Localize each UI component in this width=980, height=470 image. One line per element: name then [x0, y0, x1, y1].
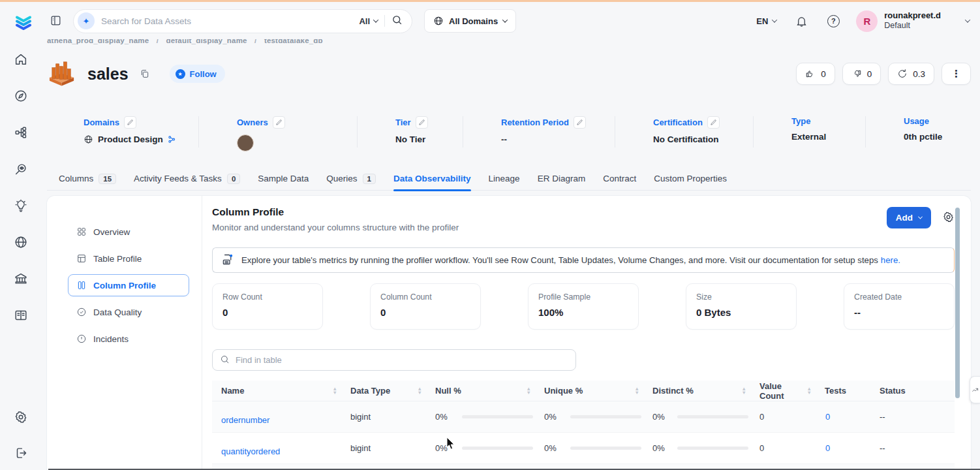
tab-columns[interactable]: Columns15 — [59, 167, 116, 191]
sort-icon[interactable]: ▲▼ — [635, 387, 639, 395]
tab-contract[interactable]: Contract — [603, 167, 636, 191]
tab-er-diagram[interactable]: ER Diagram — [538, 167, 586, 191]
tab-data-observability[interactable]: Data Observability — [393, 167, 471, 191]
meta-domains: Domains Product Design — [47, 110, 199, 155]
insights-lightbulb-icon[interactable] — [13, 198, 29, 213]
value-count-cell: 0 — [752, 443, 817, 453]
col-header-data-type[interactable]: Data Type▲▼ — [343, 386, 427, 396]
unique-pct-bar — [570, 446, 641, 450]
logout-icon[interactable] — [13, 445, 29, 461]
edit-pencil-icon[interactable] — [707, 116, 720, 129]
col-header-name[interactable]: Name▲▼ — [212, 386, 343, 396]
notifications-bell-icon[interactable] — [794, 14, 808, 28]
col-header-value-count[interactable]: Value Count▲▼ — [752, 381, 817, 401]
ai-sparkle-icon[interactable]: ✦ — [78, 12, 95, 29]
user-menu[interactable]: rounakpreet.d Default — [884, 10, 941, 31]
profiler-info-banner: Explore your table's metrics by running … — [212, 247, 955, 273]
home-icon[interactable] — [13, 52, 29, 67]
meta-type: Type External — [754, 110, 866, 155]
tab-lineage[interactable]: Lineage — [489, 167, 520, 191]
nav-table-profile[interactable]: Table Profile — [68, 247, 189, 270]
follow-button[interactable]: ★ Follow — [170, 65, 225, 83]
settings-gear-icon[interactable] — [13, 409, 29, 425]
tab-count-badge: 0 — [227, 174, 240, 184]
col-header-null-pct[interactable]: Null %▲▼ — [427, 386, 536, 396]
col-header-distinct-pct[interactable]: Distinct %▲▼ — [645, 386, 752, 396]
edit-pencil-icon[interactable] — [273, 116, 285, 129]
domain-link-icon[interactable] — [168, 135, 176, 144]
nav-column-profile[interactable]: Column Profile — [68, 274, 189, 296]
edit-pencil-icon[interactable] — [416, 116, 428, 129]
tab-custom-properties[interactable]: Custom Properties — [654, 167, 727, 191]
user-menu-chevron-icon[interactable] — [965, 17, 970, 22]
more-actions-button[interactable]: ⋮ — [942, 63, 971, 85]
app-logo-icon[interactable] — [14, 13, 33, 32]
tab-queries[interactable]: Queries1 — [326, 167, 376, 191]
edit-pencil-icon[interactable] — [574, 116, 586, 129]
global-search[interactable]: ✦ All — [73, 9, 412, 33]
language-dropdown[interactable]: EN — [756, 16, 776, 26]
sidebar-toggle-icon[interactable] — [50, 14, 63, 27]
breadcrumb-item-schema[interactable]: testdatalake_db — [264, 39, 323, 44]
sort-icon[interactable]: ▲▼ — [742, 387, 746, 395]
domain-globe-icon — [84, 134, 93, 144]
column-name-link[interactable]: ordernumber — [221, 415, 269, 425]
profile-stats: Row Count 0 Column Count 0 Profile Sampl… — [212, 283, 955, 330]
vertical-scrollbar[interactable] — [955, 208, 960, 398]
search-scope-dropdown[interactable]: All — [359, 16, 378, 26]
nav-data-quality[interactable]: Data Quality — [68, 301, 189, 323]
entity-tabs: Columns15 Activity Feeds & Tasks0 Sample… — [47, 167, 971, 191]
alert-circle-icon — [76, 334, 87, 344]
meta-owners: Owners — [199, 110, 358, 155]
sort-icon[interactable]: ▲▼ — [807, 387, 812, 395]
govern-bank-icon[interactable] — [13, 271, 29, 287]
tab-activity-feeds[interactable]: Activity Feeds & Tasks0 — [134, 167, 240, 191]
lineage-hierarchy-icon[interactable] — [13, 125, 29, 140]
col-header-unique-pct[interactable]: Unique %▲▼ — [536, 386, 645, 396]
observability-search-icon[interactable] — [13, 161, 29, 177]
all-domains-dropdown[interactable]: All Domains — [424, 9, 516, 33]
table-row: ordernumber bigint 0% 0% 0% 0 0 -- — [212, 401, 955, 433]
column-name-link[interactable]: quantityordered — [221, 446, 280, 456]
tests-link[interactable]: 0 — [817, 412, 872, 422]
user-team: Default — [884, 21, 941, 31]
overview-grid-icon — [76, 227, 87, 237]
copy-icon[interactable] — [137, 66, 153, 82]
search-icon[interactable] — [391, 14, 403, 27]
right-panel-expand-handle[interactable] — [970, 376, 980, 403]
add-button[interactable]: Add — [887, 207, 931, 228]
unique-pct-value: 0% — [544, 443, 557, 453]
downvote-button[interactable]: 0 — [842, 63, 881, 85]
find-in-table[interactable] — [212, 349, 576, 371]
profiler-settings-gear-icon[interactable] — [942, 211, 955, 225]
app-rail — [0, 2, 42, 470]
glossary-book-icon[interactable] — [13, 307, 29, 323]
domain-value[interactable]: Product Design — [98, 134, 163, 144]
domains-globe-icon[interactable] — [13, 234, 29, 250]
tab-sample-data[interactable]: Sample Data — [258, 167, 309, 191]
tests-link[interactable]: 0 — [817, 443, 872, 453]
find-in-table-input[interactable] — [236, 355, 568, 365]
sort-icon[interactable]: ▲▼ — [418, 387, 422, 395]
breadcrumb-item-service[interactable]: athena_prod_display_name — [47, 39, 149, 44]
version-history-button[interactable]: 0.3 — [888, 63, 934, 85]
nav-overview[interactable]: Overview — [68, 221, 189, 243]
profiler-nav: Overview Table Profile Column Profile Da… — [47, 196, 202, 470]
null-pct-value: 0% — [435, 443, 448, 453]
status-cell: -- — [872, 412, 955, 422]
nav-incidents[interactable]: Incidents — [68, 328, 189, 350]
upvote-button[interactable]: 0 — [796, 63, 835, 85]
follow-star-icon: ★ — [176, 69, 185, 79]
meta-retention: Retention Period -- — [463, 110, 615, 155]
help-icon[interactable]: ? — [826, 14, 840, 28]
owner-photo-avatar[interactable] — [237, 134, 254, 151]
sort-icon[interactable]: ▲▼ — [333, 387, 337, 395]
sort-icon[interactable]: ▲▼ — [527, 387, 531, 395]
breadcrumb-item-database[interactable]: default_display_name — [166, 39, 247, 44]
search-input[interactable] — [101, 16, 352, 26]
entity-title: sales — [87, 65, 129, 84]
user-avatar[interactable]: R — [856, 10, 878, 32]
explore-compass-icon[interactable] — [13, 88, 29, 104]
edit-pencil-icon[interactable] — [124, 116, 136, 129]
docs-link[interactable]: here. — [881, 255, 900, 265]
